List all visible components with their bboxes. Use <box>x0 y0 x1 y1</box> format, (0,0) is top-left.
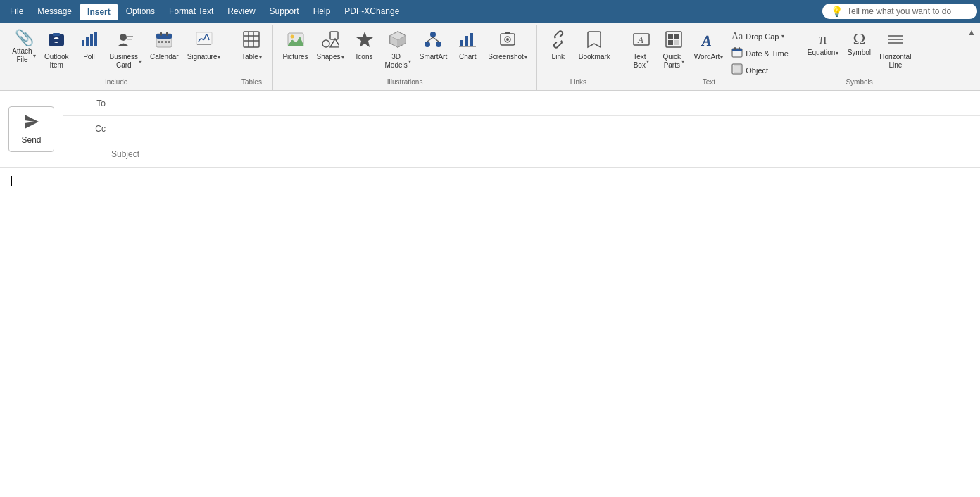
text-box-button[interactable]: A TextBox ▾ <box>626 28 657 72</box>
quick-parts-arrow-icon[interactable]: ▾ <box>681 58 684 65</box>
poll-icon <box>80 30 98 51</box>
table-button[interactable]: Table ▾ <box>236 28 267 63</box>
svg-rect-3 <box>54 39 59 42</box>
symbol-button[interactable]: Ω Symbol <box>843 28 874 59</box>
cc-label: Cc <box>69 124 111 134</box>
calendar-label: Calendar <box>150 53 179 61</box>
menu-format-text[interactable]: Format Text <box>162 4 220 19</box>
business-card-arrow-icon[interactable]: ▾ <box>139 58 142 65</box>
menu-message[interactable]: Message <box>30 4 79 19</box>
svg-point-29 <box>322 40 329 47</box>
svg-rect-5 <box>86 37 89 46</box>
attach-file-arrow-icon[interactable]: ▾ <box>33 53 36 59</box>
pictures-button[interactable]: Pictures <box>279 28 311 63</box>
illustrations-items: Pictures Shapes ▾ Ic <box>279 28 530 78</box>
ribbon-collapse-button[interactable]: ▲ <box>963 25 980 39</box>
email-body[interactable] <box>0 168 980 497</box>
equation-button[interactable]: π Equation ▾ <box>804 28 842 59</box>
menu-file[interactable]: File <box>3 4 30 19</box>
send-section: Send <box>0 91 63 167</box>
svg-rect-10 <box>127 39 132 40</box>
text-items: A TextBox ▾ QuickParts ▾ <box>626 28 792 78</box>
wordart-icon: AA <box>700 30 718 51</box>
poll-button[interactable]: Poll <box>73 28 104 63</box>
menu-help[interactable]: Help <box>306 4 338 19</box>
tell-me-text: Tell me what you want to do <box>847 6 951 16</box>
business-card-icon <box>116 30 134 51</box>
signature-button[interactable]: Signature ▾ <box>184 28 225 63</box>
svg-rect-60 <box>732 49 742 51</box>
text-group-label: Text <box>626 78 792 87</box>
3d-models-icon <box>389 30 407 51</box>
3d-models-button[interactable]: 3DModels ▾ <box>382 28 415 72</box>
object-label: Object <box>746 66 768 75</box>
horizontal-line-button[interactable]: HorizontalLine <box>876 28 915 72</box>
include-group-label: Include <box>8 78 224 87</box>
svg-rect-28 <box>330 32 338 39</box>
calendar-button[interactable]: Calendar <box>146 28 182 63</box>
svg-rect-55 <box>674 40 679 45</box>
svg-rect-52 <box>668 34 673 39</box>
object-button[interactable]: Object <box>728 62 792 78</box>
chart-icon <box>458 30 477 51</box>
table-arrow-icon[interactable]: ▾ <box>259 54 262 61</box>
symbols-group-label: Symbols <box>804 78 915 87</box>
shapes-arrow-icon[interactable]: ▾ <box>341 54 344 61</box>
chart-button[interactable]: Chart <box>452 28 483 63</box>
business-card-label: BusinessCard <box>109 53 138 70</box>
menu-support[interactable]: Support <box>263 4 306 19</box>
quick-parts-button[interactable]: QuickParts ▾ <box>658 28 689 72</box>
cc-input[interactable] <box>111 124 974 134</box>
smartart-button[interactable]: SmartArt <box>416 28 451 63</box>
date-time-label: Date & Time <box>746 49 789 58</box>
screenshot-arrow-icon[interactable]: ▾ <box>524 54 527 61</box>
equation-icon: π <box>819 30 827 47</box>
svg-marker-31 <box>356 32 373 47</box>
link-button[interactable]: Link <box>543 28 574 63</box>
signature-arrow-icon[interactable]: ▾ <box>218 54 220 61</box>
svg-point-36 <box>430 32 436 37</box>
attach-file-icon: 📎 <box>15 30 34 46</box>
text-box-arrow-icon[interactable]: ▾ <box>646 58 649 65</box>
subject-input[interactable] <box>69 149 974 159</box>
svg-rect-7 <box>94 32 97 46</box>
screenshot-button[interactable]: Screenshot ▾ <box>484 28 531 63</box>
screenshot-label: Screenshot <box>488 53 524 61</box>
ribbon-group-text: A TextBox ▾ QuickParts ▾ <box>620 25 798 90</box>
icons-icon <box>356 30 374 51</box>
icons-button[interactable]: Icons <box>349 28 380 63</box>
to-input[interactable] <box>111 99 974 108</box>
wordart-arrow-icon[interactable]: ▾ <box>720 54 723 61</box>
bookmark-button[interactable]: Bookmark <box>575 28 614 63</box>
symbol-icon: Ω <box>853 30 865 47</box>
business-card-button[interactable]: BusinessCard ▾ <box>106 28 145 72</box>
drop-cap-button[interactable]: Aa Drop Cap ▾ <box>728 28 792 44</box>
menu-pdf-xchange[interactable]: PDF-XChange <box>337 4 406 19</box>
send-button[interactable]: Send <box>8 106 54 152</box>
menu-review[interactable]: Review <box>220 4 262 19</box>
menu-insert[interactable]: Insert <box>79 3 119 20</box>
svg-rect-4 <box>82 40 84 46</box>
drop-cap-arrow-icon[interactable]: ▾ <box>781 33 784 39</box>
outlook-item-button[interactable]: OutlookItem <box>41 28 72 72</box>
drop-cap-icon: Aa <box>731 30 743 43</box>
ribbon-group-tables: Table ▾ Tables <box>230 25 273 90</box>
svg-line-40 <box>433 37 439 42</box>
pictures-label: Pictures <box>282 53 308 61</box>
icons-label: Icons <box>356 53 373 61</box>
outlook-item-label: OutlookItem <box>44 53 68 70</box>
pictures-icon <box>287 30 305 51</box>
menu-options[interactable]: Options <box>119 4 162 19</box>
svg-line-39 <box>427 37 433 42</box>
wordart-button[interactable]: AA WordArt ▾ <box>691 28 727 63</box>
tell-me-search[interactable]: 💡 Tell me what you want to do <box>822 4 977 19</box>
date-time-button[interactable]: Date & Time <box>728 45 792 61</box>
svg-point-8 <box>120 34 127 41</box>
svg-rect-61 <box>734 47 736 50</box>
3d-models-arrow-icon[interactable]: ▾ <box>408 58 411 65</box>
equation-label: Equation <box>808 49 835 57</box>
shapes-button[interactable]: Shapes ▾ <box>313 28 348 63</box>
attach-file-button[interactable]: 📎 AttachFile ▾ <box>8 28 39 66</box>
equation-arrow-icon[interactable]: ▾ <box>836 50 838 56</box>
send-arrow-icon <box>23 113 40 132</box>
